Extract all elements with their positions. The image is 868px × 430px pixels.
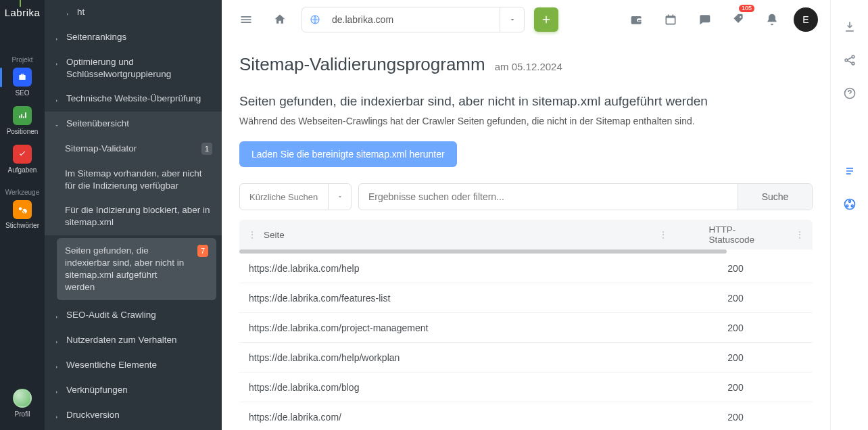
chevron-down-icon[interactable] bbox=[500, 7, 524, 32]
sidebar-item-label: Wesentliche Elemente bbox=[66, 359, 212, 371]
svg-point-8 bbox=[851, 205, 853, 207]
column-menu-icon[interactable]: ⋮ bbox=[658, 229, 668, 240]
sidebar-item[interactable]: Druckversion bbox=[45, 403, 222, 428]
chevron-right-icon bbox=[54, 337, 61, 347]
menu-button[interactable] bbox=[234, 7, 258, 32]
sidebar-item[interactable]: Für die Indizierung blockiert, aber in s… bbox=[45, 198, 222, 235]
user-avatar[interactable]: E bbox=[794, 7, 818, 32]
add-site-button[interactable] bbox=[534, 7, 558, 32]
topbar: de.labrika.com 105 bbox=[222, 0, 830, 39]
key-icon bbox=[13, 200, 32, 219]
briefcase-icon bbox=[13, 68, 32, 87]
sidebar-item-label: Für die Indizierung blockiert, aber in s… bbox=[65, 204, 212, 229]
table-row[interactable]: https://de.labrika.com/blog200 bbox=[239, 373, 813, 402]
cell-url: https://de.labrika.com/help/workplan bbox=[249, 352, 668, 363]
help-icon[interactable] bbox=[843, 87, 857, 102]
sidebar-item-label: Sitemap-Validator bbox=[65, 143, 192, 155]
rail-item-keywords[interactable]: Stichwörter bbox=[5, 200, 39, 229]
recent-searches-label: Kürzliche Suchen bbox=[240, 184, 328, 210]
cell-url: https://de.labrika.com/blog bbox=[249, 382, 668, 393]
cell-url: https://de.labrika.com/ bbox=[249, 412, 668, 423]
chevron-right-icon bbox=[54, 412, 61, 422]
sidebar-item-label: Im Sitemap vorhanden, aber nicht für die… bbox=[65, 168, 212, 192]
section-description: Während des Webseiten-Crawlings hat der … bbox=[239, 116, 813, 126]
table-row[interactable]: https://de.labrika.com/help/workplan200 bbox=[239, 343, 813, 373]
sidebar-item[interactable]: Verknüpfungen bbox=[45, 378, 222, 403]
rail-section-project: Projekt bbox=[11, 56, 32, 64]
rail-profile[interactable]: Profil bbox=[13, 389, 32, 418]
share-icon[interactable] bbox=[843, 53, 857, 69]
sidebar-item[interactable]: Optimierung und Schlüsselwortgruppierung bbox=[45, 50, 222, 87]
page-header: Sitemap-Validierungsprogramm am 05.12.20… bbox=[239, 54, 813, 75]
svg-point-6 bbox=[848, 200, 850, 202]
recent-searches-dropdown[interactable]: Kürzliche Suchen bbox=[239, 183, 352, 210]
table-row[interactable]: https://de.labrika.com/200 bbox=[239, 402, 813, 430]
results-table: ⋮ Seite ⋮ HTTP-Statuscode ⋮ https://de.l… bbox=[239, 220, 813, 430]
download-sitemap-button[interactable]: Laden Sie die bereinigte sitemap.xml her… bbox=[239, 141, 457, 167]
sidebar-item-label: Seiten gefunden, die indexierbar sind, a… bbox=[65, 245, 188, 294]
site-selector[interactable]: de.labrika.com bbox=[302, 7, 525, 32]
column-menu-icon[interactable]: ⋮ bbox=[795, 229, 804, 240]
icon-rail: Labrika Projekt SEO Positionen Aufgaben … bbox=[0, 0, 45, 430]
sidebar-item[interactable]: ht bbox=[45, 0, 222, 25]
rail-label: Aufgaben bbox=[8, 166, 37, 174]
sidebar-item-label: Seitenübersicht bbox=[66, 118, 212, 130]
chevron-down-icon bbox=[328, 184, 351, 210]
cell-url: https://de.labrika.com/project-managemen… bbox=[249, 322, 668, 333]
sidebar-item[interactable]: Technische Website-Überprüfung bbox=[45, 87, 222, 112]
chevron-right-icon bbox=[54, 362, 61, 372]
sidebar-item[interactable]: Im Sitemap vorhanden, aber nicht für die… bbox=[45, 162, 222, 198]
sidebar-item-label: Druckversion bbox=[66, 409, 212, 421]
tag-button[interactable]: 105 bbox=[726, 7, 750, 32]
sidebar-item[interactable]: Sitemap-Validator1 bbox=[45, 137, 222, 161]
sidebar-item[interactable]: SEO-Audit & Crawling bbox=[45, 303, 222, 328]
rail-item-seo[interactable]: SEO bbox=[13, 68, 32, 97]
sidebar-item[interactable]: Seitenübersicht bbox=[45, 112, 222, 137]
chat-button[interactable] bbox=[692, 7, 717, 32]
page-date: am 05.12.2024 bbox=[495, 61, 562, 72]
search-input[interactable] bbox=[359, 184, 738, 210]
wallet-button[interactable] bbox=[625, 7, 649, 32]
search-button[interactable]: Suche bbox=[738, 184, 812, 210]
avatar-icon bbox=[13, 389, 32, 408]
download-icon[interactable] bbox=[843, 20, 857, 36]
sidebar-item[interactable]: Seitenrankings bbox=[45, 25, 222, 50]
bell-button[interactable] bbox=[760, 7, 784, 32]
page-title: Sitemap-Validierungsprogramm bbox=[239, 54, 485, 75]
rail-section-tools: Werkzeuge bbox=[5, 189, 39, 196]
column-menu-icon[interactable]: ⋮ bbox=[247, 229, 257, 240]
table-row[interactable]: https://de.labrika.com/features-list200 bbox=[239, 283, 813, 313]
sidebar-item[interactable]: Nutzerdaten zum Verhalten bbox=[45, 328, 222, 353]
brand-logo: Labrika bbox=[5, 7, 41, 18]
table-row[interactable]: https://de.labrika.com/help200 bbox=[239, 254, 813, 283]
chart-icon bbox=[13, 106, 32, 125]
rail-item-positions[interactable]: Positionen bbox=[7, 106, 39, 135]
table-row[interactable]: https://de.labrika.com/project-managemen… bbox=[239, 313, 813, 343]
globe-network-icon[interactable] bbox=[843, 197, 857, 213]
column-page-label: Seite bbox=[264, 230, 285, 240]
home-button[interactable] bbox=[268, 7, 292, 32]
sidebar-item-label: Seitenrankings bbox=[66, 31, 212, 43]
main-area: de.labrika.com 105 bbox=[222, 0, 830, 430]
sidebar-item-label: SEO-Audit & Crawling bbox=[66, 309, 212, 321]
site-name: de.labrika.com bbox=[328, 14, 500, 25]
sidebar-badge: 7 bbox=[197, 245, 208, 257]
calendar-button[interactable] bbox=[658, 7, 683, 32]
cell-url: https://de.labrika.com/help bbox=[249, 263, 668, 274]
sidebar-item-label: Optimierung und Schlüsselwortgruppierung bbox=[66, 56, 212, 80]
chevron-right-icon bbox=[65, 9, 72, 19]
cell-status: 200 bbox=[668, 352, 803, 363]
sidebar-item[interactable]: Wesentliche Elemente bbox=[45, 353, 222, 378]
globe-icon bbox=[302, 14, 328, 25]
rail-label: Stichwörter bbox=[5, 222, 39, 229]
rail-item-tasks[interactable]: Aufgaben bbox=[8, 145, 37, 174]
page-content: Sitemap-Validierungsprogramm am 05.12.20… bbox=[222, 39, 830, 430]
sidebar-item[interactable]: Seiten gefunden, die indexierbar sind, a… bbox=[57, 238, 216, 301]
svg-point-1 bbox=[845, 59, 848, 62]
sidebar-nav: htSeitenrankingsOptimierung und Schlüsse… bbox=[45, 0, 222, 430]
section-title: Seiten gefunden, die indexierbar sind, a… bbox=[239, 94, 813, 109]
svg-point-3 bbox=[852, 62, 854, 65]
list-icon[interactable] bbox=[843, 164, 857, 180]
column-status-label: HTTP-Statuscode bbox=[708, 224, 754, 245]
search-box: Suche bbox=[358, 183, 813, 210]
